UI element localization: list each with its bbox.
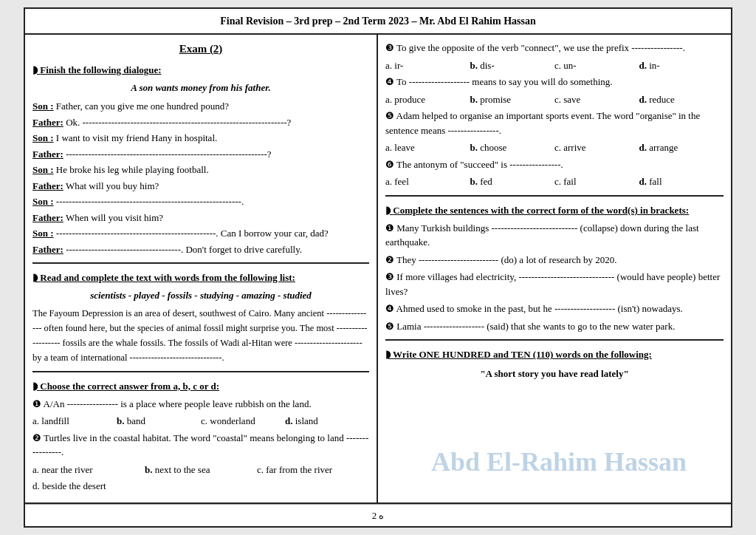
content-area: Exam (2) ◗ Finish the following dialogue… — [25, 35, 731, 504]
write-subtitle: "A short story you have read lately" — [385, 367, 724, 381]
divider-1 — [32, 262, 369, 264]
write-space — [385, 381, 724, 470]
speaker-son4: Son : — [32, 196, 54, 207]
section-dialogue: ◗ Finish the following dialogue: A son w… — [32, 62, 369, 257]
right-column: ❸ To give the opposite of the verb "conn… — [378, 35, 731, 502]
dialogue-line-9: Son : ----------------------------------… — [32, 226, 369, 241]
dialogue-line-4: Father: --------------------------------… — [32, 147, 369, 162]
section-choose: ◗ Choose the correct answer from a, b, c… — [32, 378, 369, 494]
page-footer: 2 ﻩ — [25, 504, 731, 527]
complete-item-4: ❹ Ahmed used to smoke in the past, but h… — [385, 301, 724, 316]
left-column: Exam (2) ◗ Finish the following dialogue… — [25, 35, 378, 502]
right-divider-2 — [385, 339, 724, 341]
right-item-3: ❸ To give the opposite of the verb "conn… — [385, 41, 724, 55]
right-item-4: ❹ To ------------------- means to say yo… — [385, 75, 724, 89]
read-complete-title: ◗ Read and complete the text with words … — [32, 270, 369, 285]
speaker-son3: Son : — [32, 164, 54, 175]
header-title: Final Revision – 3rd prep – 2nd Term 202… — [220, 16, 535, 27]
choose-option-2d: d. beside the desert — [32, 479, 369, 494]
complete-item-1: ❶ Many Turkish buildings ---------------… — [385, 221, 724, 250]
dialogue-line-5: Son : He broke his leg while playing foo… — [32, 163, 369, 177]
section-read-complete: ◗ Read and complete the text with words … — [32, 270, 369, 365]
right-section3: ◗ Write ONE HUNDRED and TEN (110) words … — [385, 347, 724, 470]
paragraph-text: The Fayoum Depression is an area of dese… — [32, 306, 369, 365]
right-options-3: a. ir- b. dis- c. un- d. in- — [385, 58, 724, 73]
choose-item-1: ❶ A/An ---------------- is a place where… — [32, 397, 369, 412]
complete-item-3: ❸ If more villages had electricity, ----… — [385, 270, 724, 299]
speaker-father1: Father: — [32, 117, 63, 128]
choose-options-2: a. near the river b. next to the sea c. … — [32, 463, 369, 477]
right-item-6: ❻ The antonym of "succeed" is ----------… — [385, 157, 724, 172]
write-title: ◗ Write ONE HUNDRED and TEN (110) words … — [385, 347, 724, 362]
choose-title: ◗ Choose the correct answer from a, b, c… — [32, 378, 369, 394]
dialogue-line-2: Father: Ok. ----------------------------… — [32, 115, 369, 130]
dialogue-line-3: Son : I want to visit my friend Hany in … — [32, 131, 369, 146]
complete-sentences-title: ◗ Complete the sentences with the correc… — [385, 202, 724, 218]
dialogue-title: ◗ Finish the following dialogue: — [32, 62, 369, 78]
speaker-father3: Father: — [32, 180, 63, 191]
right-options-6: a. feel b. fed c. fail d. fall — [385, 174, 724, 189]
dialogue-line-10: Father: --------------------------------… — [32, 242, 369, 257]
speaker-son5: Son : — [32, 228, 54, 239]
dialogue-line-7: Son : ----------------------------------… — [32, 194, 369, 209]
word-list: scientists - played - fossils - studying… — [32, 288, 369, 303]
right-divider-1 — [385, 195, 724, 197]
exam-page: Final Revision – 3rd prep – 2nd Term 202… — [24, 7, 732, 528]
page-number: 2 ﻩ — [372, 510, 385, 521]
speaker-father5: Father: — [32, 244, 63, 255]
right-options-5: a. leave b. choose c. arrive d. arrange — [385, 140, 724, 155]
choose-options-1: a. landfill b. band c. wonderland d. isl… — [32, 414, 369, 429]
speaker-father4: Father: — [32, 212, 63, 223]
dialogue-line-6: Father: What will you buy him? — [32, 179, 369, 194]
speaker-son1: Son : — [32, 100, 54, 112]
choose-item-2: ❷ Turtles live in the coastal habitat. T… — [32, 431, 369, 460]
right-options-4: a. produce b. promise c. save d. reduce — [385, 92, 724, 107]
exam-title: Exam (2) — [32, 41, 369, 58]
right-section2: ◗ Complete the sentences with the correc… — [385, 202, 724, 334]
dialogue-line-1: Son : Father, can you give me one hundre… — [32, 99, 369, 114]
divider-2 — [32, 371, 369, 372]
dialogue-line-8: Father: When will you visit him? — [32, 211, 369, 225]
complete-item-2: ❷ They ------------------------- (do) a … — [385, 253, 724, 268]
speaker-son2: Son : — [32, 132, 54, 143]
right-section1: ❸ To give the opposite of the verb "conn… — [385, 41, 724, 189]
speaker-father2: Father: — [32, 149, 63, 160]
dialogue-subtitle: A son wants money from his father. — [32, 81, 369, 95]
complete-item-5: ❺ Lamia ------------------- (said) that … — [385, 319, 724, 334]
page-header: Final Revision – 3rd prep – 2nd Term 202… — [25, 9, 731, 35]
right-item-5: ❺ Adam helped to organise an important s… — [385, 109, 724, 137]
